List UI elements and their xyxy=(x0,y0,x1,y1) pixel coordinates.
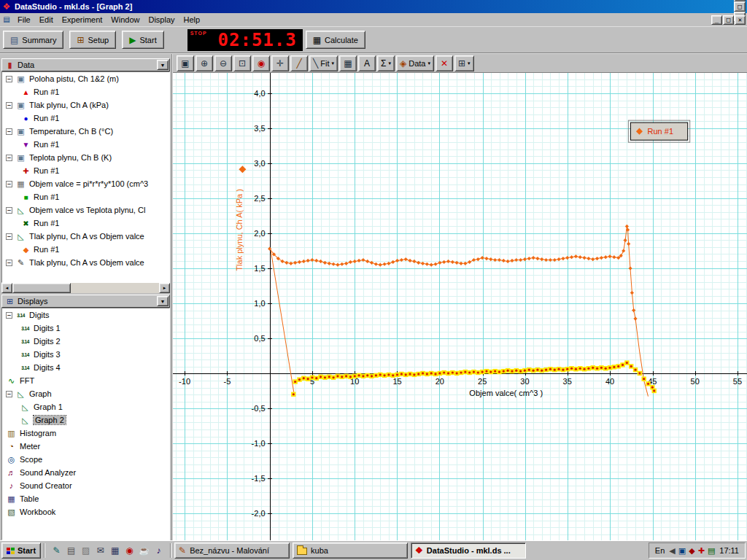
task-folder-kuba[interactable]: kuba xyxy=(293,542,408,559)
quick-launch-calculator[interactable]: ▦ xyxy=(109,545,121,557)
displays-dropdown-arrow-icon[interactable]: ▼ xyxy=(157,296,169,306)
quick-launch-notes[interactable]: ▤ xyxy=(65,545,77,557)
menu-display[interactable]: Display xyxy=(144,14,179,26)
statistics-button[interactable]: Σ▾ xyxy=(377,55,395,71)
smart-tool-button[interactable]: ✛ xyxy=(271,55,289,71)
fit-menu-button[interactable]: ╲Fit▾ xyxy=(309,55,338,71)
summary-button[interactable]: ▤Summary xyxy=(3,31,63,49)
display-item-sound-creator[interactable]: ♪Sound Creator xyxy=(2,479,169,492)
scrollbar-thumb[interactable] xyxy=(12,283,71,293)
run-item[interactable]: ●Run #1 xyxy=(2,112,169,125)
data-item[interactable]: −✎Tlak plynu, Ch A vs Objem valce xyxy=(2,256,169,269)
display-item-scope[interactable]: ◎Scope xyxy=(2,453,169,466)
quick-launch-template[interactable]: ▨ xyxy=(80,545,92,557)
collapse-icon[interactable]: − xyxy=(6,391,12,397)
display-settings-icon[interactable]: ▣ xyxy=(678,546,686,556)
data-dropdown-arrow-icon[interactable]: ▼ xyxy=(157,60,169,70)
calculate-button[interactable]: ▦ Calculate xyxy=(306,31,365,49)
collapse-icon[interactable]: − xyxy=(6,155,12,161)
collapse-icon[interactable]: − xyxy=(6,207,12,214)
display-item-fft[interactable]: ∿FFT xyxy=(2,374,169,387)
zoom-out-button[interactable]: ⊖ xyxy=(214,55,232,71)
graph-settings-button[interactable]: ⊞▾ xyxy=(454,55,474,71)
run-item[interactable]: ▼Run #1 xyxy=(2,138,169,151)
run-item[interactable]: ✖Run #1 xyxy=(2,217,169,230)
menu-window[interactable]: Window xyxy=(107,14,144,26)
scale-to-fit-button[interactable]: ▣ xyxy=(177,55,194,71)
displays-section-header[interactable]: ⊞ Displays ▼ xyxy=(1,295,170,308)
data-item[interactable]: −◺Objem valce vs Teplota plynu, Cl xyxy=(2,203,169,217)
data-item[interactable]: −▦Objem valce = pi*r*r*y*100 (cm^3 xyxy=(2,177,169,190)
run-item[interactable]: ◆Run #1 xyxy=(2,243,169,256)
collapse-icon[interactable]: − xyxy=(6,260,12,266)
start-button[interactable]: ▶Start xyxy=(122,31,163,49)
collapse-icon[interactable]: − xyxy=(6,233,12,240)
display-item-digits-3[interactable]: 3.14Digits 3 xyxy=(2,348,169,361)
display-item-digits-1[interactable]: 3.14Digits 1 xyxy=(2,322,169,335)
display-item-graph[interactable]: −◺Graph xyxy=(2,387,169,400)
collapse-icon[interactable]: − xyxy=(6,312,12,319)
display-item-histogram[interactable]: ▥Histogram xyxy=(2,427,169,440)
data-item[interactable]: −▣Poloha pistu, Ch 1&2 (m) xyxy=(2,72,169,85)
collapse-icon[interactable]: − xyxy=(6,128,12,135)
data-item[interactable]: −▣Teplota plynu, Ch B (K) xyxy=(2,151,169,164)
quick-launch-media[interactable]: ♪ xyxy=(152,545,165,557)
slope-tool-button[interactable]: ╱ xyxy=(290,55,308,71)
quick-launch-java[interactable]: ☕ xyxy=(138,545,150,557)
mdi-minimize-button[interactable]: _ xyxy=(711,15,722,25)
task-datastudio[interactable]: ❖DataStudio - mkl.ds ... xyxy=(411,542,526,559)
display-item-digits[interactable]: −3.14Digits xyxy=(2,308,169,322)
collapse-icon[interactable]: − xyxy=(6,76,12,82)
start-menu-button[interactable]: Start xyxy=(1,542,41,559)
scroll-right-icon[interactable]: ▸ xyxy=(159,283,170,293)
collapse-icon[interactable]: − xyxy=(6,102,12,109)
display-item-graph-2[interactable]: ◺Graph 2 xyxy=(2,413,169,427)
antivirus-icon[interactable]: ✚ xyxy=(698,546,705,556)
menu-file[interactable]: File xyxy=(13,14,35,26)
display-item-table[interactable]: ▦Table xyxy=(2,492,169,505)
graph-plot-area[interactable]: 4,03,53,02,52,01,51,00,5-0,5-1,0-1,5-2,0… xyxy=(173,73,747,540)
run-item[interactable]: ✚Run #1 xyxy=(2,164,169,177)
quick-launch-wordpad[interactable]: ✎ xyxy=(50,545,63,557)
scrollbar-track[interactable] xyxy=(71,283,159,293)
data-horizontal-scrollbar[interactable]: ◂ ▸ xyxy=(1,283,170,293)
alarm-button[interactable]: ◉ xyxy=(252,55,270,71)
zoom-in-button[interactable]: ⊕ xyxy=(196,55,213,71)
keyboard-layout-indicator[interactable]: En xyxy=(655,546,665,555)
data-section-header[interactable]: ▮ Data ▼ xyxy=(1,58,170,71)
mdi-restore-button[interactable]: □ xyxy=(723,15,734,25)
display-item-digits-2[interactable]: 3.14Digits 2 xyxy=(2,335,169,348)
data-item[interactable]: −▣Tlak plynu, Ch A (kPa) xyxy=(2,98,169,112)
digits-icon: 3.14 xyxy=(15,313,26,318)
menu-experiment[interactable]: Experiment xyxy=(58,14,107,26)
data-item[interactable]: −▣Temperature, Ch B (°C) xyxy=(2,125,169,138)
quick-launch-browser[interactable]: ◉ xyxy=(123,545,136,557)
scroll-left-icon[interactable]: ◂ xyxy=(1,283,12,293)
graph-calculator-button[interactable]: ▦ xyxy=(339,55,357,71)
menu-help[interactable]: Help xyxy=(179,14,205,26)
taskbar-clock[interactable]: 17:11 xyxy=(719,546,739,555)
display-item-sound-analyzer[interactable]: ♬Sound Analyzer xyxy=(2,466,169,479)
graph-canvas[interactable]: 4,03,53,02,52,01,51,00,5-0,5-1,0-1,5-2,0… xyxy=(173,73,747,540)
delete-data-button[interactable]: ✕ xyxy=(436,55,453,71)
zoom-select-button[interactable]: ⊡ xyxy=(233,55,251,71)
display-item-digits-4[interactable]: 3.14Digits 4 xyxy=(2,361,169,374)
text-annotation-button[interactable]: A xyxy=(358,55,376,71)
volume-icon[interactable]: ◀ xyxy=(669,546,675,556)
data-item[interactable]: −◺Tlak plynu, Ch A vs Objem valce xyxy=(2,230,169,243)
task-paint[interactable]: ✎Bez_názvu - Malování xyxy=(174,542,290,559)
run-item[interactable]: ■Run #1 xyxy=(2,190,169,203)
run-item[interactable]: ▲Run #1 xyxy=(2,85,169,98)
restore-button[interactable]: □ xyxy=(734,1,746,12)
setup-button[interactable]: ⊞Setup xyxy=(69,31,116,49)
data-menu-button[interactable]: ◈Data▾ xyxy=(396,55,434,71)
mdi-close-button[interactable]: ✕ xyxy=(735,15,746,25)
quick-launch-mail[interactable]: ✉ xyxy=(94,545,107,557)
display-item-meter[interactable]: ◔Meter xyxy=(2,440,169,453)
display-item-graph-1[interactable]: ◺Graph 1 xyxy=(2,400,169,413)
scheduler-icon[interactable]: ◆ xyxy=(689,546,694,556)
display-item-workbook[interactable]: ▧Workbook xyxy=(2,505,169,518)
collapse-icon[interactable]: − xyxy=(6,181,12,187)
menu-edit[interactable]: Edit xyxy=(35,14,58,26)
network-icon[interactable]: ▤ xyxy=(708,546,715,556)
